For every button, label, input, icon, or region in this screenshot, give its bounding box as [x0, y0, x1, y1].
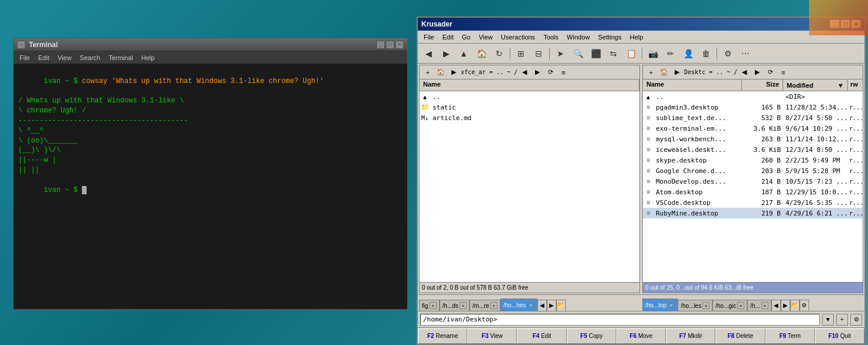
- toolbar-arrow-btn[interactable]: ➤: [552, 46, 569, 61]
- right-panel-row-6[interactable]: 🖥 Google Chrome.d... 203 B 5/9/15 5:28 P…: [643, 165, 863, 176]
- right-panel-row-parent[interactable]: ▲ .. <DIR>: [643, 91, 863, 102]
- toolbar-user-btn[interactable]: 👤: [680, 46, 697, 61]
- left-panel-sync-btn[interactable]: ⟳: [544, 67, 556, 78]
- toolbar-search-btn[interactable]: 🔍: [570, 46, 586, 61]
- toolbar-refresh-btn[interactable]: ↻: [491, 46, 507, 61]
- fk-f5-btn[interactable]: F5 Copy: [567, 329, 616, 344]
- fk-f2-btn[interactable]: F2 Rename: [418, 329, 467, 344]
- right-panel-row-1[interactable]: 🖥 sublime_text.de... 532 B 8/27/14 5:50 …: [643, 112, 863, 123]
- right-panel-row-9[interactable]: 🖥 VSCode.desktop 217 B 4/29/16 5:35 ... …: [643, 197, 863, 208]
- left-panel-row-parent[interactable]: ▲ ..: [420, 91, 639, 102]
- right-panel-row-8[interactable]: 🖥 Atom.desktop 187 B 12/29/15 10:0... r.…: [643, 187, 863, 197]
- terminal-close-icon[interactable]: −: [17, 41, 25, 49]
- terminal-maximize-btn[interactable]: □: [386, 41, 394, 49]
- right-tab-holes-close[interactable]: ×: [702, 302, 709, 309]
- krusader-menu-view[interactable]: View: [475, 32, 496, 42]
- left-panel-nav-prev[interactable]: ◀: [519, 67, 530, 78]
- left-panel-options-btn[interactable]: ≡: [557, 67, 569, 78]
- fk-f3-btn[interactable]: F3 View: [467, 329, 517, 344]
- right-panel-rw-header[interactable]: rw: [848, 79, 863, 91]
- terminal-body[interactable]: ivan ~ $ cowsay 'Whats up with that Wind…: [14, 64, 407, 309]
- right-panel-row-10[interactable]: 🖥 RubyMine.desktop 219 B 4/29/16 6:21 ..…: [643, 208, 863, 218]
- toolbar-up-btn[interactable]: ▲: [456, 46, 472, 61]
- fk-f6-btn[interactable]: F6 Move: [616, 329, 666, 344]
- right-new-folder-btn[interactable]: 📂: [790, 300, 800, 311]
- cmdline-dropdown-btn[interactable]: ▼: [822, 314, 834, 326]
- right-tab-h-close[interactable]: ×: [761, 302, 768, 309]
- right-panel-row-5[interactable]: 🖥 skype.desktop 260 B 2/2/15 9:49 PM r..…: [643, 155, 863, 165]
- toolbar-compare-btn[interactable]: ⇆: [605, 46, 622, 61]
- right-panel-files[interactable]: ▲ .. <DIR> 🖥 pgadmin3.desktop 165 B 11/2…: [643, 91, 863, 282]
- right-panel-new-tab-btn[interactable]: +: [645, 67, 657, 78]
- toolbar-sync-btn[interactable]: ⬛: [588, 46, 604, 61]
- left-tab-hds-close[interactable]: ×: [460, 302, 467, 309]
- right-tab-hogic[interactable]: /ho...gic ×: [712, 300, 747, 311]
- fk-f7-btn[interactable]: F7 Mkdir: [666, 329, 715, 344]
- terminal-menu-edit[interactable]: Edit: [35, 53, 53, 62]
- left-tab-fig[interactable]: fig ×: [419, 300, 440, 311]
- left-new-folder-btn[interactable]: 📂: [556, 300, 566, 311]
- toolbar-delete-btn[interactable]: 🗑: [698, 46, 714, 61]
- right-tab-hotop[interactable]: /ho...top ×: [642, 298, 678, 311]
- right-panel-size-header[interactable]: Size: [742, 79, 783, 91]
- right-tab-holes[interactable]: /ho...les ×: [678, 300, 712, 311]
- left-tab-hohes[interactable]: /ho...hes ×: [500, 298, 537, 311]
- right-panel-modified-header[interactable]: Modified ▼: [783, 79, 848, 91]
- toolbar-forward-btn[interactable]: ▶: [438, 46, 454, 61]
- left-panel-new-tab-btn[interactable]: +: [422, 67, 434, 78]
- left-tab-next[interactable]: ▶: [547, 300, 556, 311]
- right-tab-next[interactable]: ▶: [781, 300, 790, 311]
- left-panel-name-header[interactable]: Name: [420, 79, 639, 91]
- fk-f10-btn[interactable]: F10 Quit: [815, 329, 864, 344]
- right-panel-home-btn[interactable]: 🏠: [658, 67, 670, 78]
- krusader-menu-go[interactable]: Go: [458, 32, 474, 42]
- toolbar-extra-btn[interactable]: ⋯: [737, 46, 754, 61]
- right-tab-hotop-close[interactable]: ×: [668, 301, 675, 308]
- terminal-menu-view[interactable]: View: [54, 53, 75, 62]
- right-panel-row-7[interactable]: 🖥 MonoDevelop.des... 214 B 10/5/15 7:23 …: [643, 176, 863, 187]
- right-tab-h[interactable]: /h... ×: [747, 300, 771, 311]
- toolbar-view-btn[interactable]: 📷: [645, 46, 661, 61]
- fk-f9-btn[interactable]: F9 Term: [765, 329, 815, 344]
- toolbar-settings-btn[interactable]: ⚙: [720, 46, 736, 61]
- right-panel-name-header[interactable]: Name: [643, 79, 742, 91]
- left-tab-mre-close[interactable]: ×: [490, 302, 497, 309]
- right-panel-row-3[interactable]: 🖥 mysql-workbench... 263 B 11/1/14 10:12…: [643, 134, 863, 144]
- left-panel-files[interactable]: ▲ .. 📁 static M↓ article.md: [420, 91, 639, 282]
- right-panel-sync-btn[interactable]: ⟳: [764, 67, 776, 78]
- right-panel-row-2[interactable]: 🖥 exo-terminal-em... 3.6 KiB 9/6/14 10:2…: [643, 123, 863, 134]
- right-panel-path-arrow[interactable]: ▶: [671, 67, 683, 78]
- krusader-menu-tools[interactable]: Tools: [540, 32, 562, 42]
- terminal-menu-terminal[interactable]: Terminal: [105, 53, 137, 62]
- cmdline-options-btn[interactable]: ⚙: [850, 314, 862, 326]
- krusader-menu-file[interactable]: File: [420, 32, 438, 42]
- right-tab-prev[interactable]: ◀: [771, 300, 781, 311]
- right-panel-options-btn[interactable]: ≡: [777, 67, 789, 78]
- cmdline-input[interactable]: [420, 314, 820, 326]
- terminal-menu-file[interactable]: File: [16, 53, 34, 62]
- left-tab-fig-close[interactable]: ×: [430, 302, 437, 309]
- krusader-menu-settings[interactable]: Settings: [595, 32, 625, 42]
- right-panel-nav-prev[interactable]: ◀: [738, 67, 750, 78]
- left-panel-path-arrow[interactable]: ▶: [448, 67, 460, 78]
- terminal-minimize-btn[interactable]: _: [377, 41, 385, 49]
- krusader-menu-edit[interactable]: Edit: [439, 32, 457, 42]
- toolbar-back-btn[interactable]: ◀: [420, 46, 437, 61]
- toolbar-grid2-btn[interactable]: ⊟: [530, 46, 547, 61]
- krusader-menu-help[interactable]: Help: [626, 32, 647, 42]
- krusader-menu-window[interactable]: Window: [563, 32, 593, 42]
- left-panel-nav-next[interactable]: ▶: [532, 67, 543, 78]
- left-panel-home-btn[interactable]: 🏠: [435, 67, 447, 78]
- right-tab-hogic-close[interactable]: ×: [737, 302, 744, 309]
- fk-f8-btn[interactable]: F8 Delete: [715, 329, 765, 344]
- toolbar-panel-btn[interactable]: 📋: [623, 46, 639, 61]
- toolbar-grid-btn[interactable]: ⊞: [513, 46, 529, 61]
- left-tab-hohes-close[interactable]: ×: [527, 301, 534, 308]
- terminal-menu-search[interactable]: Search: [76, 53, 104, 62]
- toolbar-home-btn[interactable]: 🏠: [473, 46, 490, 61]
- left-panel-row-article[interactable]: M↓ article.md: [420, 112, 639, 123]
- fk-f4-btn[interactable]: F4 Edit: [517, 329, 566, 344]
- right-settings-btn[interactable]: ⚙: [800, 300, 809, 311]
- cmdline-add-tab-btn[interactable]: +: [836, 314, 848, 326]
- left-panel-row-static[interactable]: 📁 static: [420, 102, 639, 112]
